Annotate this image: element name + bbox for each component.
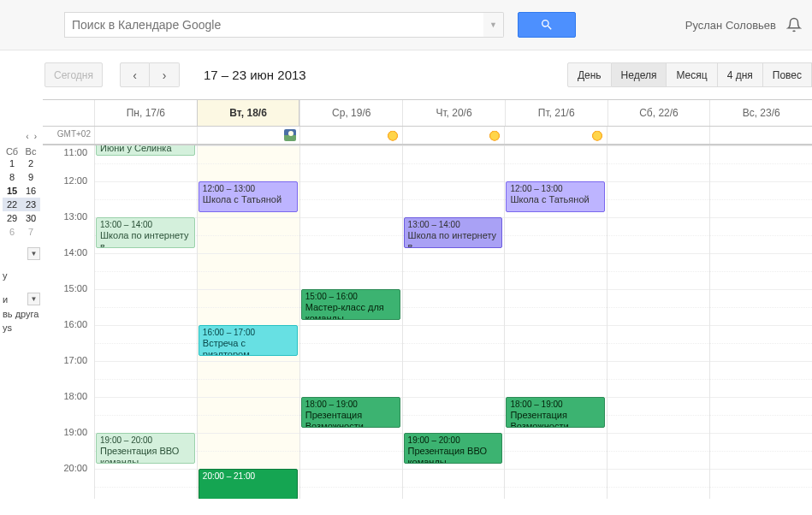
mini-cell[interactable]: 2 [21, 157, 40, 170]
hour-label: 20:00 [43, 463, 94, 499]
day-header[interactable]: Пт, 21/6 [505, 100, 608, 126]
day-header[interactable]: Ср, 19/6 [299, 100, 402, 126]
sidebar-item[interactable]: вь друга [3, 307, 40, 321]
hour-label: 13:00 [43, 211, 94, 247]
allday-cell[interactable] [504, 127, 607, 144]
calendar-event[interactable]: 20:00 – 21:00 [199, 469, 298, 499]
search-dropdown[interactable]: ▼ [483, 12, 504, 38]
hour-label: 17:00 [43, 355, 94, 391]
view-day[interactable]: День [567, 62, 612, 87]
search-button[interactable] [518, 12, 576, 38]
event-time: 18:00 – 19:00 [510, 400, 601, 410]
sun-icon [591, 129, 603, 141]
notifications-icon[interactable] [786, 17, 802, 33]
timezone-label: GMT+02 [43, 127, 94, 144]
user-name[interactable]: Руслан Соловьев [685, 19, 776, 32]
calendar-event[interactable]: 13:00 – 14:00Школа по интернету в [96, 217, 195, 248]
event-time: 13:00 – 14:00 [408, 220, 499, 230]
mini-cell[interactable]: 1 [3, 157, 21, 170]
mini-header: Сб Вс [3, 146, 40, 157]
allday-cell[interactable] [197, 127, 299, 144]
search-wrap: ▼ [64, 12, 576, 38]
view-week[interactable]: Неделя [612, 62, 667, 87]
day-column[interactable]: 12:00 – 13:00Школа с Татьяной16:00 – 17:… [197, 145, 299, 499]
sun-icon [489, 129, 501, 141]
mini-cell[interactable]: 29 [3, 211, 21, 225]
sidebar-item[interactable]: у [3, 269, 40, 282]
day-column[interactable] [607, 145, 709, 499]
calendar-event[interactable]: 12:00 – 13:00Школа с Татьяной [506, 181, 605, 212]
calendar-event[interactable]: 16:00 – 17:00Встреча с риэлтором [199, 325, 298, 356]
allday-cell[interactable] [402, 127, 505, 144]
calendar-event[interactable]: 18:00 – 19:00Презентация Возможности [506, 397, 605, 428]
mini-h-sun: Вс [21, 146, 40, 157]
mini-next[interactable]: › [34, 132, 37, 141]
day-header[interactable]: Пн, 17/6 [94, 100, 197, 126]
hours-column: 11:0012:0013:0014:0015:0016:0017:0018:00… [43, 145, 94, 499]
event-title: Презентация Возможности [510, 410, 601, 428]
sidebar-item[interactable]: и [3, 294, 8, 305]
hour-label: 16:00 [43, 319, 94, 355]
next-button[interactable]: › [150, 62, 180, 87]
event-time: 16:00 – 17:00 [203, 328, 293, 338]
event-time: 18:00 – 19:00 [305, 400, 396, 410]
day-header[interactable]: Вт, 18/6 [197, 100, 300, 126]
calendar-event[interactable]: 13:00 – 14:00Школа по интернету в [404, 217, 503, 248]
day-column[interactable]: 15:00 – 16:00Мастер-класс для команды18:… [299, 145, 402, 499]
calendars-toggle[interactable]: ▼ [27, 247, 40, 260]
day-column[interactable]: 13:00 – 14:00Школа по интернету в19:00 –… [402, 145, 505, 499]
day-column[interactable]: Июни у Селинка13:00 – 14:00Школа по инте… [94, 145, 197, 499]
other-toggle[interactable]: ▼ [27, 293, 40, 305]
view-agenda[interactable]: Повес [763, 62, 812, 87]
sidebar: ‹ › Сб Вс 12 89 1516 2223 2930 67 ▼ у и … [0, 99, 43, 499]
view-4days[interactable]: 4 дня [718, 62, 763, 87]
hour-label: 15:00 [43, 283, 94, 319]
hour-label: 19:00 [43, 427, 94, 463]
mini-cell[interactable]: 15 [3, 184, 21, 198]
event-title: Школа по интернету в [408, 230, 499, 248]
day-column[interactable]: 12:00 – 13:00Школа с Татьяной18:00 – 19:… [504, 145, 607, 499]
mini-cell[interactable]: 16 [21, 184, 40, 198]
mini-cell[interactable]: 23 [21, 198, 40, 211]
sidebar-item[interactable]: ys [3, 321, 40, 334]
calendar-event[interactable]: Июни у Селинка [96, 145, 195, 156]
event-title: Презентация Возможности [305, 410, 396, 428]
allday-cell[interactable] [709, 127, 812, 144]
calendar-event[interactable]: 19:00 – 20:00Презентация ВВО команды [96, 433, 195, 464]
night-icon [284, 129, 296, 141]
mini-cell[interactable]: 30 [21, 211, 40, 225]
event-title: Встреча с риэлтором [203, 338, 293, 356]
view-month[interactable]: Месяц [667, 62, 717, 87]
calendar-event[interactable]: 18:00 – 19:00Презентация Возможности [301, 397, 400, 428]
mini-nav: ‹ › [3, 130, 40, 146]
mini-cell[interactable]: 8 [3, 170, 21, 184]
date-range: 17 – 23 июн 2013 [204, 68, 306, 82]
mini-prev[interactable]: ‹ [26, 132, 28, 141]
view-switcher: День Неделя Месяц 4 дня Повес [567, 62, 812, 87]
prev-button[interactable]: ‹ [120, 62, 150, 87]
calendar-event[interactable]: 12:00 – 13:00Школа с Татьяной [199, 181, 298, 212]
allday-cell[interactable] [607, 127, 709, 144]
scroll-area[interactable]: 11:0012:0013:0014:0015:0016:0017:0018:00… [43, 145, 812, 499]
event-time: 19:00 – 20:00 [408, 435, 499, 446]
week-grid: Пн, 17/6Вт, 18/6Ср, 19/6Чт, 20/6Пт, 21/6… [43, 99, 812, 499]
today-button[interactable]: Сегодня [44, 62, 103, 87]
main: ‹ › Сб Вс 12 89 1516 2223 2930 67 ▼ у и … [0, 99, 812, 499]
calendar-event[interactable]: 15:00 – 16:00Мастер-класс для команды [301, 289, 400, 320]
allday-cell[interactable] [94, 127, 197, 144]
event-title: Июни у Селинка [100, 145, 191, 154]
day-headers: Пн, 17/6Вт, 18/6Ср, 19/6Чт, 20/6Пт, 21/6… [43, 99, 812, 127]
allday-cell[interactable] [299, 127, 402, 144]
toolbar: Сегодня ‹ › 17 – 23 июн 2013 День Неделя… [0, 50, 812, 99]
event-title: Презентация ВВО команды [100, 446, 191, 464]
mini-cell[interactable]: 6 [3, 225, 21, 239]
mini-cell[interactable]: 9 [21, 170, 40, 184]
day-header[interactable]: Чт, 20/6 [402, 100, 505, 126]
mini-cell[interactable]: 7 [21, 225, 40, 239]
day-header[interactable]: Вс, 23/6 [709, 100, 812, 126]
search-input[interactable] [64, 12, 483, 38]
day-column[interactable] [709, 145, 812, 499]
calendar-event[interactable]: 19:00 – 20:00Презентация ВВО команды [404, 433, 503, 464]
mini-cell[interactable]: 22 [3, 198, 21, 211]
day-header[interactable]: Сб, 22/6 [608, 100, 710, 126]
